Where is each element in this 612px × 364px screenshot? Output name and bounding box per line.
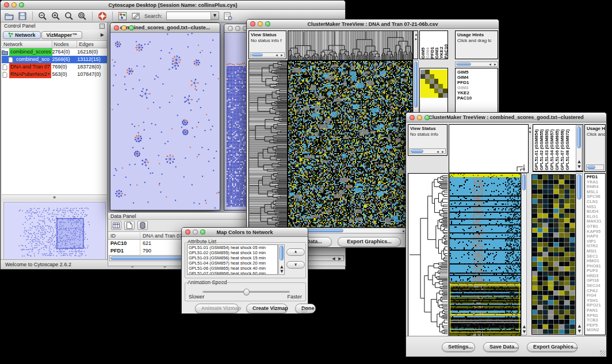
- tab-vizmapper[interactable]: VizMapper™: [41, 31, 83, 39]
- attribute-list-item[interactable]: GPL51-07 (GSM868) heat shock 60 min: [188, 271, 277, 275]
- close-button[interactable]: [114, 25, 119, 30]
- minimize-button[interactable]: [12, 2, 17, 7]
- network-table-row[interactable]: combined_sco2569(6)13112(15): [2, 56, 107, 63]
- move-up-button[interactable]: ∧: [286, 248, 305, 256]
- network-canvas-1[interactable]: [110, 33, 220, 210]
- scroll-thumb[interactable]: [411, 150, 423, 153]
- panel-splitter[interactable]: ▪: [2, 195, 107, 201]
- create-vizmap-button[interactable]: Create Vizmap: [246, 304, 288, 313]
- export-graphics-button[interactable]: Export Graphics...: [527, 342, 577, 352]
- zoom-button[interactable]: [265, 21, 270, 26]
- zoom-selected-icon[interactable]: [78, 12, 87, 21]
- tab-network[interactable]: Network: [3, 31, 41, 39]
- resize-grip[interactable]: [600, 350, 606, 356]
- gene-label[interactable]: GIM3: [457, 85, 498, 90]
- network-overview-birdseye[interactable]: [3, 202, 106, 264]
- main-titlebar[interactable]: Cytoscape Desktop (Session Name: collins…: [1, 1, 345, 10]
- zoom-fit-icon[interactable]: [64, 12, 74, 21]
- tab-overflow-arrow[interactable]: ▶: [101, 31, 106, 39]
- delete-attribute-icon[interactable]: [137, 221, 148, 230]
- col-edges[interactable]: Edges: [77, 41, 107, 48]
- minimize-button[interactable]: [235, 26, 240, 31]
- network-table-row[interactable]: combined_scores2764(0)16218(0): [2, 48, 107, 56]
- zoom-button[interactable]: [200, 229, 205, 235]
- zoom-button[interactable]: [19, 2, 24, 7]
- annotation-icon[interactable]: [131, 12, 140, 21]
- search-input[interactable]: ▼: [166, 12, 219, 20]
- close-button[interactable]: [410, 115, 415, 120]
- tv2-zoom-heatmap[interactable]: [531, 174, 576, 335]
- window-controls[interactable]: [4, 2, 24, 7]
- attribute-list-item[interactable]: GPL51-06 (GSM865) heat shock 40 min: [188, 266, 277, 271]
- animate-vizmap-button[interactable]: Animate Vizmap: [195, 304, 239, 313]
- zoom-in-icon[interactable]: [51, 12, 60, 21]
- gene-label[interactable]: MON2: [587, 328, 605, 333]
- view-status-hscrollbar[interactable]: ◂▸: [250, 52, 285, 58]
- zoom-button[interactable]: [424, 115, 430, 120]
- zoom-out-icon[interactable]: [38, 12, 47, 21]
- tv2-titlebar[interactable]: ClusterMaker TreeView : combined_scores_…: [406, 113, 606, 122]
- network-view-icon[interactable]: [118, 12, 127, 21]
- col-network[interactable]: Network: [2, 41, 52, 48]
- correlation-matrix[interactable]: [420, 70, 447, 98]
- network-table-row[interactable]: DNA and Tran 07769(0)183728(0): [2, 63, 107, 71]
- minimize-button[interactable]: [121, 25, 127, 30]
- tv1-usage-hscrollbar[interactable]: ◂▸: [455, 62, 498, 67]
- gene-label[interactable]: YKE2: [457, 90, 498, 95]
- view-status-hscrollbar[interactable]: ◂▸: [410, 148, 446, 154]
- close-button[interactable]: [228, 26, 233, 31]
- float-panel-icon[interactable]: [100, 24, 105, 29]
- network-name-cell[interactable]: DNA and Tran 07: [2, 63, 52, 71]
- tv1-column-dendrogram[interactable]: [288, 30, 413, 60]
- tv1-titlebar[interactable]: ClusterMaker TreeView : DNA and Tran 07-…: [247, 20, 499, 29]
- open-file-icon[interactable]: [5, 12, 14, 21]
- netwinA-titlebar[interactable]: combined_scores_good.txt--cluste...: [110, 23, 220, 33]
- move-down-button[interactable]: ∨: [286, 261, 305, 269]
- tv1-row-dendrogram[interactable]: [248, 60, 288, 228]
- col-id[interactable]: ID: [108, 232, 140, 239]
- minimize-button[interactable]: [258, 21, 263, 26]
- attribute-list-vscrollbar[interactable]: ▲▼: [278, 244, 285, 275]
- tv2-zoom-vscrollbar[interactable]: ▲▼: [576, 173, 583, 335]
- scroll-thumb[interactable]: [522, 174, 526, 190]
- scroll-thumb[interactable]: [251, 53, 263, 56]
- scroll-thumb[interactable]: [456, 63, 471, 66]
- tv2-column-dendrogram-area[interactable]: [449, 124, 529, 173]
- close-button[interactable]: [4, 2, 9, 7]
- minimize-button[interactable]: [193, 229, 198, 235]
- minimize-button[interactable]: [417, 115, 422, 120]
- tv2-global-heatmap[interactable]: [449, 173, 521, 336]
- gene-label[interactable]: PAC10: [457, 95, 498, 101]
- attribute-table-icon[interactable]: [111, 221, 121, 230]
- gene-label[interactable]: GIM5: [457, 70, 498, 75]
- animation-speed-slider[interactable]: [202, 291, 290, 293]
- scroll-thumb[interactable]: [587, 166, 595, 169]
- settings-button[interactable]: Settings...: [442, 342, 475, 352]
- network-table-row[interactable]: RNAPuberNov2+563(0)107847(0): [2, 71, 107, 78]
- resize-grip[interactable]: [301, 307, 307, 313]
- attribute-list-item[interactable]: GPL51-04 (GSM857) heat shock 20 min: [188, 260, 277, 266]
- attribute-list[interactable]: GPL51-01 (GSM854) heat shock 05 minGPL51…: [187, 244, 278, 275]
- network-name-cell[interactable]: RNAPuberNov2+: [2, 71, 52, 78]
- gene-label[interactable]: GIM4: [457, 75, 498, 80]
- close-button[interactable]: [250, 21, 255, 26]
- scroll-thumb[interactable]: [577, 127, 581, 148]
- tv2-row-dendrogram[interactable]: [408, 173, 449, 336]
- tv2-collabel-vscrollbar[interactable]: ▲▼: [576, 125, 582, 171]
- scroll-thumb[interactable]: [577, 174, 582, 200]
- col-nodes[interactable]: Nodes: [52, 41, 78, 48]
- scroll-thumb[interactable]: [414, 62, 418, 108]
- attribute-list-item[interactable]: GPL51-03 (GSM856) heat shock 15 min: [188, 255, 277, 260]
- network-name-cell[interactable]: combined_scores: [2, 48, 52, 56]
- attribute-list-item[interactable]: GPL51-01 (GSM854) heat shock 05 min: [188, 245, 277, 250]
- gene-label[interactable]: PFD1: [457, 80, 498, 85]
- tv1-global-heatmap[interactable]: [288, 60, 413, 228]
- tv2-global-vscrollbar[interactable]: ▲▼: [521, 173, 527, 335]
- save-icon[interactable]: [18, 12, 27, 21]
- network-name-cell[interactable]: combined_sco: [2, 56, 52, 63]
- export-graphics-button[interactable]: Export Graphics...: [338, 237, 401, 247]
- attribute-browser-icon[interactable]: [223, 12, 232, 21]
- new-attribute-icon[interactable]: [124, 221, 135, 230]
- close-button[interactable]: [185, 229, 190, 235]
- dialog-titlebar[interactable]: Map Colors to Network: [182, 228, 308, 237]
